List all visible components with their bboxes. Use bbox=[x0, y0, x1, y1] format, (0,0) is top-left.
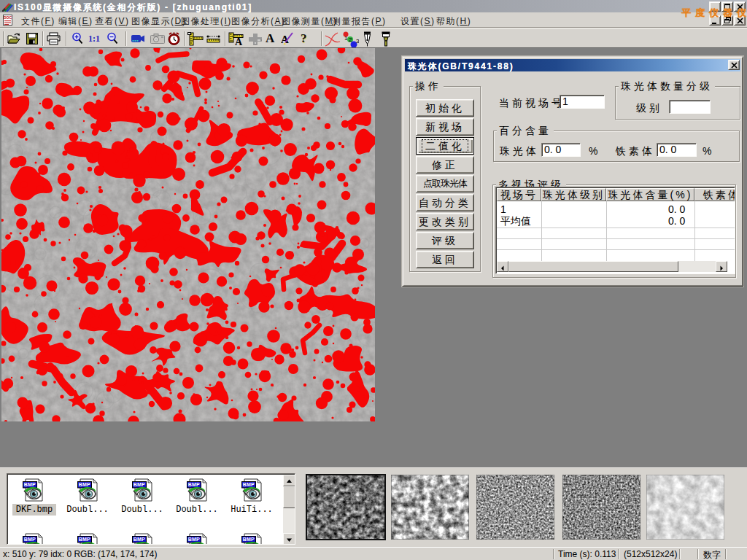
svg-text:A: A bbox=[235, 36, 243, 46]
svg-text:1: 1 bbox=[344, 35, 348, 42]
svg-text:3: 3 bbox=[356, 38, 359, 44]
svg-text:DOC: DOC bbox=[4, 15, 12, 20]
